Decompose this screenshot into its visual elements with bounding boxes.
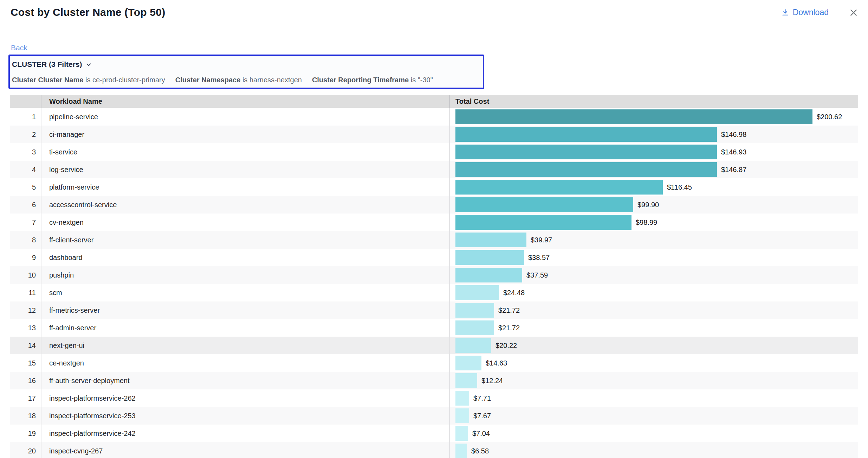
cost-value: $21.72 [498, 306, 520, 314]
table-row[interactable]: 7 cv-nextgen $98.99 [10, 214, 858, 231]
filter-panel: CLUSTER (3 Filters) Cluster Cluster Name… [8, 55, 484, 89]
cost-value: $7.67 [473, 412, 491, 420]
table-row[interactable]: 10 pushpin $37.59 [10, 266, 858, 284]
workload-name: platform-service [41, 178, 450, 196]
download-label: Download [793, 8, 829, 17]
table-row[interactable]: 14 next-gen-ui $20.22 [10, 337, 858, 354]
page-title: Cost by Cluster Name (Top 50) [11, 6, 165, 18]
workload-name: ce-nextgen [41, 354, 450, 372]
cost-value: $116.45 [667, 183, 692, 191]
cost-value: $99.90 [637, 201, 659, 209]
table-body: 1 pipeline-service $200.62 2 ci-manager … [10, 108, 858, 458]
download-icon [781, 8, 789, 17]
table-row[interactable]: 2 ci-manager $146.98 [10, 126, 858, 143]
table-row[interactable]: 18 inspect-platformservice-253 $7.67 [10, 407, 858, 425]
workload-name: ff-metrics-server [41, 301, 450, 319]
workload-name: accesscontrol-service [41, 196, 450, 214]
cost-bar [455, 444, 467, 458]
table-row[interactable]: 1 pipeline-service $200.62 [10, 108, 858, 126]
table-row[interactable]: 13 ff-admin-server $21.72 [10, 319, 858, 337]
table-row[interactable]: 8 ff-client-server $39.97 [10, 231, 858, 249]
workload-name: scm [41, 284, 450, 301]
cost-value: $7.04 [472, 430, 490, 438]
total-cost-cell: $21.72 [450, 301, 858, 319]
workload-name: ff-auth-server-deployment [41, 372, 450, 389]
cost-value: $21.72 [498, 324, 520, 332]
row-rank: 11 [10, 284, 41, 301]
cost-value: $39.97 [531, 236, 552, 244]
workload-name: inspect-cvng-267 [41, 442, 450, 458]
filter-field-name: Cluster Reporting Timeframe [312, 76, 411, 84]
filter-panel-title: CLUSTER (3 Filters) [12, 60, 82, 69]
table-row[interactable]: 9 dashboard $38.57 [10, 249, 858, 266]
cost-bar [455, 408, 469, 423]
workload-name: dashboard [41, 249, 450, 266]
cost-bar [455, 109, 812, 124]
workload-name: pipeline-service [41, 108, 450, 126]
table-row[interactable]: 19 inspect-platformservice-242 $7.04 [10, 425, 858, 442]
cost-bar [455, 373, 477, 388]
table-row[interactable]: 11 scm $24.48 [10, 284, 858, 301]
workload-name: pushpin [41, 266, 450, 284]
table-row[interactable]: 4 log-service $146.87 [10, 161, 858, 178]
cost-value: $24.48 [503, 289, 525, 297]
download-button[interactable]: Download [781, 8, 829, 17]
table-row[interactable]: 20 inspect-cvng-267 $6.58 [10, 442, 858, 458]
cost-value: $98.99 [636, 218, 657, 227]
workload-name: log-service [41, 161, 450, 178]
filter-condition: Cluster Namespace is harness-nextgen [175, 76, 302, 84]
total-cost-cell: $7.04 [450, 425, 858, 442]
row-rank: 20 [10, 442, 41, 458]
row-rank: 14 [10, 337, 41, 354]
total-cost-cell: $98.99 [450, 214, 858, 231]
cost-bar [455, 356, 481, 370]
cost-value: $38.57 [528, 254, 550, 262]
workload-name: ff-admin-server [41, 319, 450, 337]
filter-items: Cluster Cluster Name is ce-prod-cluster-… [12, 76, 479, 84]
filter-field-value: is ce-prod-cluster-primary [85, 76, 165, 84]
filter-condition: Cluster Reporting Timeframe is "-30" [312, 76, 433, 84]
cost-bar [455, 285, 499, 300]
workload-name: ti-service [41, 143, 450, 161]
cost-bar [455, 391, 469, 406]
cost-value: $146.87 [721, 166, 746, 174]
total-cost-cell: $116.45 [450, 178, 858, 196]
filter-field-name: Cluster Namespace [175, 76, 242, 84]
row-rank: 9 [10, 249, 41, 266]
total-cost-cell: $146.87 [450, 161, 858, 178]
total-cost-cell: $12.24 [450, 372, 858, 389]
row-rank: 19 [10, 425, 41, 442]
filter-panel-toggle[interactable]: CLUSTER (3 Filters) [12, 60, 479, 69]
row-rank: 17 [10, 389, 41, 407]
cost-breakdown-modal: Cost by Cluster Name (Top 50) Download B… [0, 0, 868, 458]
row-rank: 3 [10, 143, 41, 161]
total-cost-cell: $200.62 [450, 108, 858, 126]
row-rank: 12 [10, 301, 41, 319]
table-row[interactable]: 15 ce-nextgen $14.63 [10, 354, 858, 372]
table-header: Workload Name Total Cost [10, 95, 858, 108]
table-row[interactable]: 5 platform-service $116.45 [10, 178, 858, 196]
total-cost-cell: $7.67 [450, 407, 858, 425]
total-cost-cell: $20.22 [450, 337, 858, 354]
workload-name: inspect-platformservice-253 [41, 407, 450, 425]
workload-name: next-gen-ui [41, 337, 450, 354]
table-row[interactable]: 6 accesscontrol-service $99.90 [10, 196, 858, 214]
table-row[interactable]: 12 ff-metrics-server $21.72 [10, 301, 858, 319]
table-row[interactable]: 3 ti-service $146.93 [10, 143, 858, 161]
workload-name: inspect-platformservice-242 [41, 425, 450, 442]
column-header-total-cost[interactable]: Total Cost [450, 95, 858, 108]
column-header-rank [10, 95, 41, 108]
back-link[interactable]: Back [11, 44, 27, 52]
row-rank: 16 [10, 372, 41, 389]
cost-bar [455, 233, 526, 247]
column-header-workload-name[interactable]: Workload Name [41, 95, 450, 108]
table-row[interactable]: 17 inspect-platformservice-262 $7.71 [10, 389, 858, 407]
row-rank: 5 [10, 178, 41, 196]
cost-value: $200.62 [817, 113, 842, 121]
filter-field-value: is "-30" [411, 76, 433, 84]
cost-value: $146.93 [721, 148, 746, 156]
close-icon[interactable] [849, 8, 858, 17]
cost-value: $20.22 [495, 342, 517, 350]
total-cost-cell: $38.57 [450, 249, 858, 266]
table-row[interactable]: 16 ff-auth-server-deployment $12.24 [10, 372, 858, 389]
